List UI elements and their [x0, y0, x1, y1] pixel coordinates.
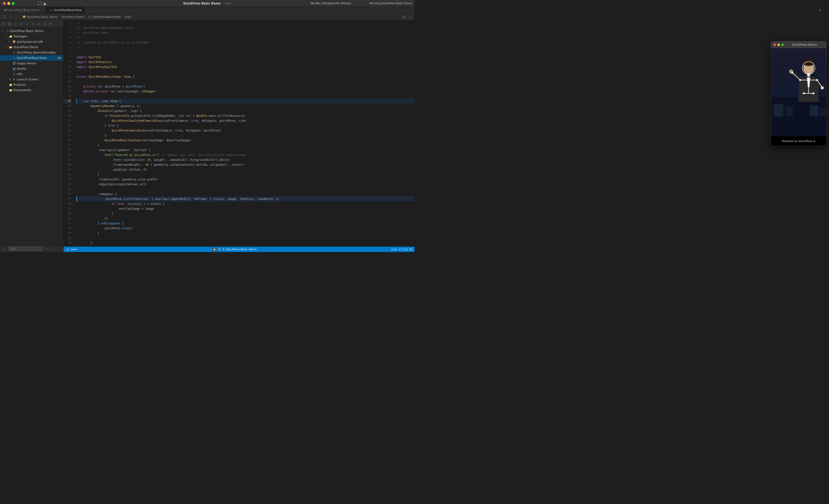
tree-item-assets[interactable]: ▸ ▦ Assets [0, 66, 63, 71]
nav-back-button[interactable]: ‹ [8, 15, 13, 20]
code-line-11 [76, 69, 414, 74]
ln-30: 30 [64, 162, 71, 167]
tab-quickpose-basic-view[interactable]: { } QuickPoseBasicView [46, 7, 85, 14]
tabbar: QP QuickPose Basic Demo › { } QuickPoseB… [0, 7, 414, 14]
tree-item-happy-dance[interactable]: ▸ 🎬 happy-dance [0, 61, 63, 66]
source-control-button[interactable]: ⎇ [66, 248, 69, 251]
tree-item-basicview[interactable]: ▸ S QuickPoseBasicView M [0, 55, 63, 61]
sidebar-btn-4[interactable]: ⚠ [19, 22, 24, 26]
code-line-2: // QuickPose_BasicDemoApp.swift [76, 26, 414, 30]
sidebar-btn-7[interactable]: ✕ [37, 22, 41, 26]
tree-item-packages[interactable]: ▾ 📁 Packages [0, 34, 63, 39]
run-button[interactable]: ▶ [43, 1, 47, 5]
code-lines[interactable]: // // QuickPose_BasicDemoApp.swift // Qu… [73, 21, 414, 247]
swift-icon-basicview: S [12, 56, 16, 60]
ln-35: 35 [64, 187, 71, 192]
chevron-right-icon: › [42, 9, 43, 11]
code-line-38: if case .success(_) = status { [76, 201, 414, 206]
code-line-24: } [76, 133, 414, 138]
tree-arrow-packages: ▾ [5, 35, 9, 38]
show-in-finder-button[interactable]: ⤢ [44, 246, 49, 251]
storyboard-icon: ⊞ [12, 77, 16, 81]
sidebar-bottom-toolbar: + ⤢ ↕ [0, 245, 63, 252]
code-line-16 [76, 94, 414, 99]
sidebar-btn-1[interactable]: ☰ [1, 22, 6, 26]
ln-3: 3 [64, 30, 71, 35]
sidebar-toggle-button[interactable]: ☰ [2, 15, 7, 20]
view-options-button[interactable]: ≡ [408, 15, 412, 20]
ln-36: 36 [64, 192, 71, 196]
filter-icon[interactable]: + [2, 246, 7, 251]
tree-item-root[interactable]: ▾ ⬡ QuickPose Basic Demo [0, 28, 63, 34]
sidebar-btn-5[interactable]: ▱ [25, 22, 29, 26]
tab-device-label: My Mac (Designed for iPhone) [311, 2, 351, 5]
sidebar-btn-8[interactable]: ☐ [42, 22, 47, 26]
window-subtitle: main [225, 2, 231, 5]
breadcrumb-item-symbol[interactable]: body [125, 15, 131, 18]
code-line-17: var body: some View { [76, 99, 414, 104]
ln-25: 25 [64, 138, 71, 143]
breadcrumb-item-file[interactable]: { } QuickPoseBasicView [88, 15, 121, 18]
tree-item-app-swift[interactable]: ▸ S QuickPose_BasicDemoApp [0, 50, 63, 55]
ln-43: 43 [64, 226, 71, 231]
pause-btn-status[interactable]: ⏸ [218, 248, 221, 251]
code-line-44: } [76, 231, 414, 236]
code-line-3: // QuickPose Demo [76, 30, 414, 35]
inspector-toggle-button[interactable]: ⊞ [402, 15, 407, 20]
ln-44: 44 [64, 231, 71, 236]
minimize-button[interactable] [7, 2, 10, 5]
tree-label-packages: Packages [13, 35, 61, 38]
code-line-34: .edgesIgnoringSafeArea(.all) [76, 182, 414, 187]
code-area[interactable]: 1 2 3 4 5 6 7 8 9 10 11 12 13 14 15 16 1… [64, 21, 414, 247]
statusbar: ⎇ main ■ ⏸ ⟳ QuickPose Basic Demo Line: … [64, 247, 414, 252]
breadcrumb-item-project[interactable]: QuickPose Basic Demo [27, 15, 58, 18]
code-line-37: quickPose.start(features: [.overlay(.upp… [76, 196, 414, 201]
tree-item-launch-screen[interactable]: ✕ ⊞ Launch Screen [0, 77, 63, 82]
code-line-6: // [76, 45, 414, 50]
tree-item-products[interactable]: ▸ 📁 Products [0, 82, 63, 87]
maximize-button[interactable] [12, 2, 15, 5]
ln-45: 45 [64, 236, 71, 240]
sidebar-btn-2[interactable]: ⨁ [7, 22, 12, 26]
sidebar-btn-6[interactable]: ◇ [31, 22, 35, 26]
statusbar-left: ⎇ main [66, 248, 77, 251]
breadcrumb-item-1[interactable]: 📦 [23, 15, 26, 18]
close-button[interactable] [3, 2, 6, 5]
stop-btn-status[interactable]: ■ [212, 247, 217, 251]
code-line-22: } else { [76, 123, 414, 128]
sidebar-btn-3[interactable]: ↕ [13, 22, 17, 26]
tab-icon-1: QP [4, 9, 7, 11]
stop-button[interactable]: ■ [38, 1, 42, 5]
tree-item-sdk[interactable]: ▸ 📦 quickpose-ios-sdk [0, 39, 63, 44]
code-line-18: GeometryReader { geometry in [76, 104, 414, 109]
ln-15: 15 [64, 89, 71, 94]
code-line-35 [76, 187, 414, 192]
plist-icon: ℹ [12, 72, 16, 76]
ln-22: 22 [64, 123, 71, 128]
tree-item-demo-group[interactable]: ▾ 📂 QuickPose Demo [0, 44, 63, 50]
tree-item-info[interactable]: ▸ ℹ Info [0, 71, 63, 77]
debug-btn-status[interactable]: ⟳ [222, 248, 224, 251]
ln-14: 14 [64, 84, 71, 89]
tab-quickpose-basic-demo[interactable]: QP QuickPose Basic Demo › [1, 7, 46, 14]
sort-button[interactable]: ↕ [50, 246, 55, 251]
filter-input[interactable] [8, 247, 42, 251]
code-line-27: .overlay(alignment: .bottom) { [76, 148, 414, 153]
ln-26: 26 [64, 143, 71, 148]
code-line-45 [76, 236, 414, 240]
tree-label-products: Products [13, 83, 61, 86]
tree-label-frameworks: Frameworks [13, 88, 61, 92]
x-mark-icon: ✕ [9, 78, 11, 81]
ln-38: 38 [64, 201, 71, 206]
tree-item-frameworks[interactable]: ▸ 📁 Frameworks [0, 87, 63, 93]
tab-label-2: QuickPoseBasicView [54, 8, 82, 12]
code-line-32: } [76, 172, 414, 177]
sidebar-btn-9[interactable]: ⊟ [48, 22, 53, 26]
tree-icon-root: ⬡ [5, 29, 9, 33]
code-line-10: import QuickPoseSwiftUI [76, 65, 414, 69]
code-line-1: // [76, 21, 414, 26]
nav-forward-button[interactable]: › [14, 15, 19, 20]
code-line-4: // [76, 35, 414, 40]
folder-icon-sdk: 📦 [12, 40, 16, 44]
breadcrumb-item-group[interactable]: QuickPose Demo [62, 15, 84, 18]
